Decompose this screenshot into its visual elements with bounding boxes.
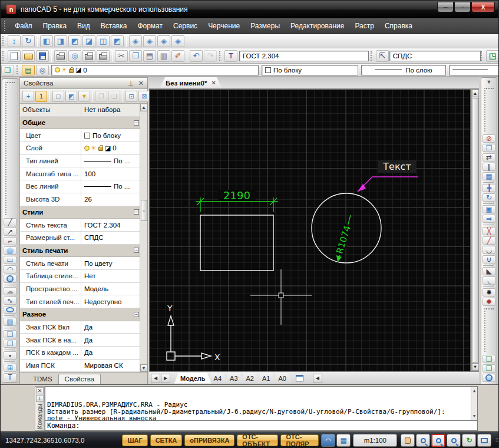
layers-manager-icon[interactable]: ❏	[1, 65, 14, 75]
plot-settings-icon[interactable]	[82, 50, 95, 62]
color-combo[interactable]: По блоку	[262, 65, 358, 75]
format-painter-icon[interactable]: ✐	[171, 50, 184, 62]
status-toggle-grid[interactable]: СЕТКА	[150, 434, 183, 446]
property-value[interactable]: Мировая СК	[81, 360, 147, 372]
property-value[interactable]: Нет набора	[81, 104, 147, 116]
property-row-Тип линий[interactable]: Тип линийПо ...	[20, 155, 147, 168]
move-icon[interactable]: ╋	[483, 184, 495, 192]
menu-item-format[interactable]: Формат	[132, 19, 168, 32]
ellipse-icon[interactable]	[4, 306, 16, 314]
property-row-Стиль печати[interactable]: Стиль печатиПо цвету	[20, 257, 147, 270]
layout-tab-A1[interactable]: A1	[256, 373, 276, 384]
collapse-icon[interactable]: −	[134, 248, 139, 253]
scroll-thumb[interactable]: ≡	[141, 200, 147, 221]
rectangle-icon[interactable]: ▭	[4, 256, 16, 264]
property-value[interactable]: По блоку	[81, 129, 147, 141]
collapse-icon[interactable]: −	[134, 209, 139, 215]
view-iso-sw-icon[interactable]: ◈	[129, 35, 142, 47]
make-block-icon[interactable]: ❏	[4, 330, 16, 338]
explode-text-icon[interactable]: ✹	[483, 298, 495, 306]
property-row-Имя ПСК[interactable]: Имя ПСКМировая СК	[20, 360, 147, 372]
command-pin-icon[interactable]: ⊥	[36, 395, 44, 402]
panel-tab-TDMS[interactable]: TDMS	[27, 374, 58, 384]
dim-style-combo[interactable]: СПДС	[389, 51, 481, 61]
ungroup-icon[interactable]: ❐	[483, 364, 495, 373]
break-icon[interactable]: ╱	[483, 236, 495, 245]
new-document-icon[interactable]	[8, 50, 21, 62]
paste-icon[interactable]: ▤	[143, 50, 156, 62]
scroll-down-icon[interactable]: ▼	[472, 363, 479, 371]
layout-nav-right-icon[interactable]: ▶	[161, 374, 170, 383]
command-history[interactable]: DIMRADIUS,DRA,РЗМРАДИУС,RRA - РадиусВста…	[45, 386, 478, 421]
selection-circle-icon[interactable]	[483, 374, 495, 382]
nanocad-logo-icon[interactable]: ◳	[486, 50, 499, 62]
drawing-canvas[interactable]: 2190 R1074 Текст	[149, 89, 471, 371]
property-value[interactable]: Да	[81, 334, 147, 346]
menu-item-dimensions[interactable]: Размеры	[245, 19, 285, 32]
property-value[interactable]: Да	[81, 321, 147, 334]
add-to-selection-icon[interactable]: +	[22, 91, 34, 102]
zoom-icon[interactable]	[416, 434, 430, 447]
menu-item-modify[interactable]: Редактирование	[285, 19, 349, 32]
view-left-icon[interactable]: ◩	[68, 35, 81, 47]
view-bottom-icon[interactable]: ◩	[111, 35, 124, 47]
rectangle-entity[interactable]	[200, 215, 273, 271]
polygon-icon[interactable]	[4, 246, 16, 255]
layout-tab-A4[interactable]: A4	[208, 373, 227, 384]
menu-item-raster[interactable]: Растр	[349, 19, 379, 32]
print-icon[interactable]	[54, 50, 67, 62]
cut-icon[interactable]: ✂	[115, 50, 128, 62]
paste-special-icon[interactable]: ▥	[157, 50, 170, 62]
property-value[interactable]: СПДС	[81, 232, 147, 244]
property-value[interactable]: 100	[81, 167, 147, 180]
undo-icon[interactable]: ↶	[190, 50, 203, 62]
command-input[interactable]: Команда:	[45, 421, 478, 431]
scale-icon[interactable]: ▣	[483, 205, 495, 213]
command-close-icon[interactable]: ✕	[36, 387, 44, 394]
scroll-thumb[interactable]	[472, 98, 478, 363]
toolbar-overflow-icon[interactable]: ▼	[487, 79, 492, 85]
status-toggle-osnap[interactable]: оПРИВЯЗКА	[184, 434, 234, 446]
view-iso-ne-icon[interactable]: ◈	[157, 35, 170, 47]
layout-tab-A2[interactable]: A2	[240, 373, 260, 384]
stretch-icon[interactable]: ⇒	[483, 215, 495, 223]
copy-icon[interactable]: ❐	[129, 50, 142, 62]
select-objects-icon[interactable]: □	[52, 91, 64, 102]
scroll-up-icon[interactable]: ▲	[472, 90, 479, 97]
invert-selection-icon[interactable]: ◩	[65, 91, 77, 102]
menu-item-edit[interactable]: Правка	[38, 19, 72, 32]
view-top-icon[interactable]: ◫	[97, 35, 110, 47]
scale-display[interactable]: m1:100	[353, 434, 397, 447]
status-toggle-step[interactable]: ШАГ	[122, 434, 147, 446]
layer-on-icon[interactable]	[55, 67, 60, 73]
filter-icon[interactable]: ▼	[78, 91, 90, 102]
selection-count-icon[interactable]: 1	[35, 91, 47, 102]
linetype-combo[interactable]: По слою	[361, 65, 446, 75]
batch-plot-icon[interactable]	[97, 50, 110, 62]
grid-display-icon[interactable]: ▦	[336, 434, 351, 447]
layout-tab-A0[interactable]: A0	[272, 373, 292, 384]
property-row-Слой[interactable]: Слой☀◪0	[20, 142, 147, 155]
view-iso-nw-icon[interactable]: ◈	[171, 35, 184, 47]
close-button[interactable]: X	[471, 2, 495, 12]
collapse-icon[interactable]: −	[134, 120, 139, 126]
properties-scrollbar[interactable]: ▲ ≡ ▼	[140, 104, 147, 372]
arc-icon[interactable]: ◠	[4, 265, 16, 274]
property-row-Высота 3D[interactable]: Высота 3D26	[20, 193, 147, 206]
erase-icon[interactable]: ⊘	[483, 134, 495, 143]
document-tab-close-icon[interactable]: ✕	[211, 80, 216, 86]
circle-icon[interactable]	[4, 275, 16, 283]
construction-line-icon[interactable]: ↗	[4, 228, 16, 236]
property-row-Тип стилей печ...[interactable]: Тип стилей печ...Недоступно	[20, 295, 147, 308]
section-header-Стили[interactable]: Стили−	[20, 206, 147, 219]
line-icon[interactable]: ╱	[4, 218, 16, 226]
arc-mode-icon[interactable]: ◠	[321, 434, 335, 447]
view-back-icon[interactable]: ◨	[54, 35, 67, 47]
properties-title-bar[interactable]: Свойства ⊥ ✕	[20, 78, 147, 89]
zoom-window-icon[interactable]	[431, 434, 445, 447]
property-value[interactable]: 26	[81, 193, 147, 206]
offset-icon[interactable]: ∥	[483, 163, 495, 171]
scroll-down-icon[interactable]: ▼	[473, 412, 475, 421]
property-value[interactable]: По ...	[81, 155, 147, 167]
layer-combo[interactable]: ☀ ◪ 0	[51, 65, 259, 75]
